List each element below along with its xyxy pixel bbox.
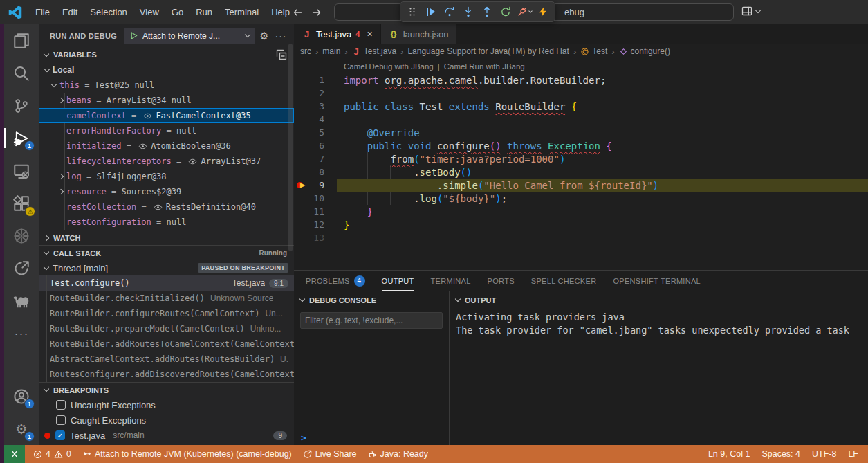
disconnect-button[interactable] [516, 3, 533, 20]
variable-row[interactable]: restCollection = RestsDefinition@40 [39, 199, 294, 215]
watch-section-header[interactable]: WATCH [39, 230, 294, 245]
variable-row[interactable]: initialized = AtomicBoolean@36 [39, 138, 294, 154]
variable-row[interactable]: restConfiguration = null [39, 215, 294, 230]
code-line[interactable]: 3public class Test extends RouteBuilder … [294, 100, 868, 113]
start-debug-icon[interactable] [129, 31, 138, 40]
status-item-attach-to-remote-jvm-kubernetes-camel-debug[interactable]: Attach to Remote JVM (Kubernetes) (camel… [82, 449, 292, 459]
stack-frame[interactable]: AbstractCamelContext.addRoutes(RoutesBui… [39, 352, 294, 367]
code-line[interactable]: 6 public void configure() throws Excepti… [294, 139, 868, 152]
chevron-right-icon[interactable] [58, 98, 64, 103]
live-share-activity-item[interactable] [4, 252, 39, 284]
sidebar-scrollbar[interactable] [288, 44, 293, 251]
stack-frame[interactable]: RoutesConfigurer.addDiscoveredRoutes(Cam… [39, 367, 294, 382]
call-stack-section-header[interactable]: CALL STACK Running [39, 245, 294, 260]
chevron-down-icon[interactable] [44, 66, 50, 71]
variable-row[interactable]: lifecycleInterceptors = ArrayList@37 [39, 154, 294, 169]
back-arrow-icon[interactable] [292, 7, 303, 18]
menu-view[interactable]: View [133, 0, 165, 24]
breadcrumb-item-test[interactable]: Test [580, 46, 607, 56]
status-item-live-share[interactable]: Live Share [303, 449, 357, 459]
menu-file[interactable]: File [29, 0, 56, 24]
close-icon[interactable]: × [367, 28, 372, 39]
breakpoint-row[interactable]: Caught Exceptions [39, 412, 294, 428]
explorer-activity-item[interactable] [4, 24, 39, 57]
debug-console-filter-input[interactable] [300, 312, 443, 329]
stack-frame[interactable]: Test.configure()Test.java9:1 [39, 275, 294, 291]
status-item-java-ready[interactable]: Java: Ready [368, 449, 428, 459]
breadcrumb-item-test-java[interactable]: JTest.java [352, 46, 396, 56]
variable-row[interactable]: this = Test@25 null [39, 78, 294, 93]
breakpoints-section-header[interactable]: BREAKPOINTS [39, 382, 294, 397]
panel-tab-output[interactable]: OUTPUT [382, 271, 414, 291]
variable-row[interactable]: camelContext = FastCamelContext@35 [39, 108, 294, 123]
stack-frame[interactable]: RouteBuilder.checkInitialized()Unknown S… [39, 291, 294, 306]
variable-row[interactable]: beans = ArrayList@34 null [39, 93, 294, 108]
chevron-right-icon[interactable] [58, 174, 64, 179]
chevron-down-icon[interactable] [51, 81, 57, 87]
code-line[interactable]: 8 .setBody() [294, 165, 868, 179]
editor-tab-launch-json[interactable]: {}launch.json [381, 24, 457, 44]
code-line[interactable]: 12} [294, 218, 868, 231]
variable-row[interactable]: errorHandlerFactory = null [39, 123, 294, 138]
code-line[interactable]: ▶9 .simple("Hello Camel from ${routeId}"… [294, 179, 868, 192]
forward-arrow-icon[interactable] [311, 7, 322, 18]
variable-row[interactable]: resource = Sources$2@39 [39, 184, 294, 199]
debug-console-header[interactable]: DEBUG CONSOLE [294, 291, 449, 309]
status-item-ln-9-col-1[interactable]: Ln 9, Col 1 [708, 449, 750, 459]
variables-section-header[interactable]: VARIABLES [39, 47, 294, 62]
chevron-down-icon[interactable] [528, 9, 533, 13]
more-actions-icon[interactable]: ··· [273, 28, 288, 44]
code-line[interactable]: 11 } [294, 205, 868, 218]
breadcrumb-item-language-support-for-java-tm-by-red-hat[interactable]: Language Support for Java(TM) by Red Hat [407, 46, 569, 56]
debug-console-repl-input[interactable]: > [294, 430, 449, 445]
menu-terminal[interactable]: Terminal [219, 0, 265, 24]
code-line[interactable]: 10 .log("${body}"); [294, 192, 868, 205]
menu-run[interactable]: Run [190, 0, 219, 24]
code-line[interactable]: 7 from("timer:java?period=1000") [294, 152, 868, 165]
panel-tab-ports[interactable]: PORTS [488, 271, 515, 291]
source-control-activity-item[interactable] [4, 89, 39, 122]
more-activity-item[interactable]: ··· [4, 317, 39, 349]
thread-row[interactable]: Thread [main] PAUSED ON BREAKPOINT [39, 260, 294, 275]
stack-frame[interactable]: RouteBuilder.prepareModel(CamelContext)U… [39, 321, 294, 336]
search-activity-item[interactable] [4, 57, 39, 89]
breakpoint-checkbox[interactable]: ✓ [55, 430, 65, 440]
code-line[interactable]: 4 [294, 113, 868, 126]
breakpoint-row[interactable]: Uncaught Exceptions [39, 397, 294, 412]
panel-tab-spell-checker[interactable]: SPELL CHECKER [531, 271, 597, 291]
launch-configuration-button[interactable]: Attach to Remote J... [124, 28, 255, 44]
editor-tab-test-java[interactable]: JTest.java4× [294, 24, 381, 44]
menu-edit[interactable]: Edit [56, 0, 84, 24]
kubernetes-activity-item[interactable] [4, 219, 39, 252]
stack-frame[interactable]: RouteBuilder.addRoutesToCamelContext(Cam… [39, 336, 294, 352]
settings-gear-activity-item[interactable]: ⚙1 [4, 412, 39, 445]
remote-indicator[interactable] [4, 445, 25, 463]
gear-icon[interactable]: ⚙ [258, 30, 270, 42]
code-line[interactable]: 5 @Override [294, 126, 868, 139]
codelens-link[interactable]: Camel Run with JBang [444, 62, 525, 73]
step-over-button[interactable] [441, 3, 458, 20]
panel-tab-terminal[interactable]: TERMINAL [431, 271, 471, 291]
problems-status-item[interactable]: 4 0 [33, 449, 71, 459]
menu-go[interactable]: Go [165, 0, 190, 24]
status-item-spaces-4[interactable]: Spaces: 4 [761, 449, 800, 459]
status-item-utf-8[interactable]: UTF-8 [812, 449, 836, 459]
breadcrumb-item-src[interactable]: src [300, 46, 311, 56]
camel-debug-button[interactable] [535, 3, 551, 20]
panel-tab-openshift-terminal[interactable]: OPENSHIFT TERMINAL [613, 271, 701, 291]
accounts-activity-item[interactable]: 1 [4, 380, 39, 412]
code-line[interactable]: 1import org.apache.camel.builder.RouteBu… [294, 73, 868, 87]
variable-row[interactable]: log = Slf4jLogger@38 [39, 169, 294, 184]
toolbar-drag-handle[interactable] [404, 3, 421, 20]
code-line[interactable]: 2 [294, 87, 868, 100]
breakpoint-row[interactable]: ✓Test.javasrc/main9 [39, 428, 294, 443]
breakpoint-checkbox[interactable] [56, 415, 66, 425]
step-out-button[interactable] [479, 3, 495, 20]
variable-row[interactable]: Local [39, 62, 294, 78]
step-into-button[interactable] [460, 3, 477, 20]
breadcrumb-item-main[interactable]: main [322, 46, 340, 56]
chevron-right-icon[interactable] [58, 189, 64, 194]
stack-frame[interactable]: RouteBuilder.configureRoutes(CamelContex… [39, 306, 294, 321]
menu-selection[interactable]: Selection [84, 0, 133, 24]
codelens-link[interactable]: Camel Debug with JBang [344, 62, 434, 73]
